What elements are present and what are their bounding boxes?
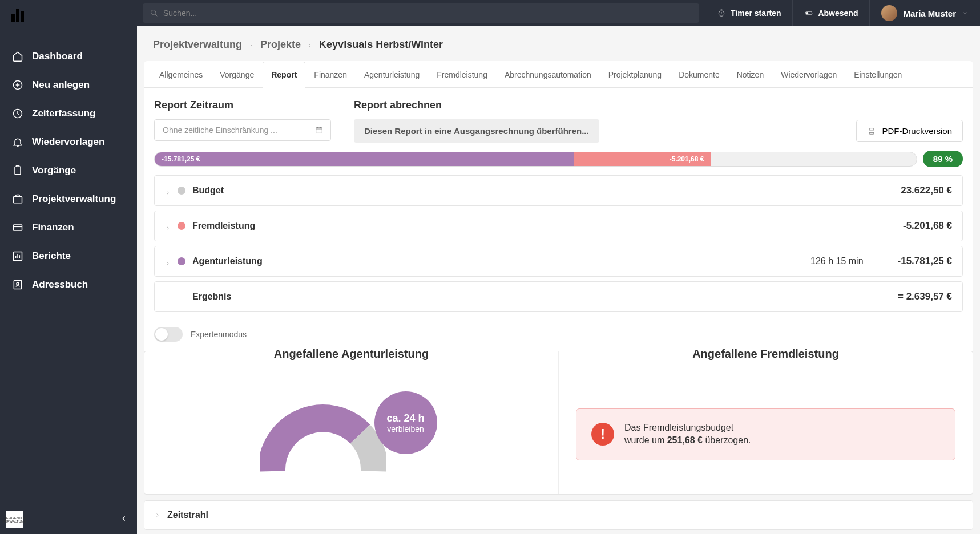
percent-badge: 89 % [923, 151, 963, 167]
tab-vorgaenge[interactable]: Vorgänge [211, 62, 263, 88]
timer-button[interactable]: Timer starten [705, 0, 792, 26]
row-amount: = 2.639,57 € [898, 291, 952, 302]
print-icon [867, 127, 876, 136]
invoice-button[interactable]: Diesen Report in eine Ausgangsrechnung ü… [354, 119, 599, 143]
tab-dokumente[interactable]: Dokumente [670, 62, 728, 88]
nav-reminders[interactable]: Wiedervorlagen [0, 128, 137, 156]
breadcrumb-item[interactable]: Projektverwaltung [153, 39, 242, 51]
row-amount: -5.201,68 € [903, 220, 952, 232]
period-col: Report Zeitraum Ohne zeitliche Einschrän… [154, 99, 331, 141]
home-icon [11, 50, 24, 63]
panels: Angefallene Agenturleistung ca. 24 h ver… [144, 351, 973, 495]
bubble-bottom: verbleiben [387, 424, 424, 434]
avatar [881, 5, 897, 21]
invoice-col: Report abrechnen Diesen Report in eine A… [354, 99, 599, 143]
timer-label: Timer starten [731, 9, 781, 18]
row-fremd[interactable]: Fremdleistung -5.201,68 € [154, 211, 963, 241]
tabs-wrap: Allgemeines Vorgänge Report Finanzen Age… [144, 61, 973, 88]
briefcase-icon [11, 193, 24, 205]
nav-label: Dashboard [32, 51, 83, 62]
tab-finanzen[interactable]: Finanzen [305, 62, 356, 88]
row-label: Agenturleistung [192, 256, 810, 266]
tab-allgemeines[interactable]: Allgemeines [151, 62, 211, 88]
logo [0, 0, 137, 31]
nav-new[interactable]: Neu anlegen [0, 71, 137, 99]
row-agentur[interactable]: Agenturleistung 126 h 15 min -15.781,25 … [154, 246, 963, 277]
donut-chart: ca. 24 h verbleiben [260, 386, 443, 477]
period-title: Report Zeitraum [154, 99, 331, 111]
tab-fremdleistung[interactable]: Fremdleistung [428, 62, 496, 88]
nav-projects[interactable]: Projektverwaltung [0, 185, 137, 213]
svg-point-7 [17, 282, 19, 285]
search-wrap [143, 3, 699, 23]
away-label: Abwesend [818, 9, 858, 18]
user-menu[interactable]: Maria Muster [869, 0, 980, 26]
date-input[interactable]: Ohne zeitliche Einschränkung ... [154, 119, 331, 141]
topbar-right: Timer starten Abwesend Maria Muster [705, 0, 980, 26]
semi-donut-icon [260, 403, 386, 477]
bell-icon [11, 136, 24, 148]
progress-bar: -15.781,25 € -5.201,68 € [154, 152, 917, 167]
svg-point-11 [806, 12, 809, 14]
dot-icon [178, 187, 185, 195]
row-label: Budget [192, 185, 901, 196]
sidebar: Dashboard Neu anlegen Zeiterfassung Wied… [0, 0, 137, 534]
nav-label: Neu anlegen [32, 79, 90, 91]
nav-contacts[interactable]: Adressbuch [0, 270, 137, 299]
tab-report[interactable]: Report [263, 62, 305, 88]
chevron-right-icon [165, 223, 171, 229]
date-placeholder: Ohne zeitliche Einschränkung ... [163, 126, 277, 135]
search-input[interactable] [163, 9, 692, 18]
tab-agenturleistung[interactable]: Agenturleistung [356, 62, 428, 88]
row-amount: 23.622,50 € [901, 185, 952, 196]
search-icon [150, 9, 159, 18]
nav-label: Adressbuch [32, 279, 88, 290]
svg-point-8 [151, 10, 156, 15]
sidebar-bottom: DIE AGENTUR VERWALTUNG [0, 505, 137, 534]
toggle-icon [804, 9, 813, 18]
stopwatch-icon [717, 9, 726, 18]
nav-reports[interactable]: Berichte [0, 242, 137, 270]
nav-label: Zeiterfassung [32, 108, 95, 119]
row-label: Ergebnis [192, 292, 898, 302]
nav-tasks[interactable]: Vorgänge [0, 156, 137, 185]
away-button[interactable]: Abwesend [792, 0, 869, 26]
nav-time[interactable]: Zeiterfassung [0, 99, 137, 128]
tab-wiedervorlagen[interactable]: Wiedervorlagen [772, 62, 845, 88]
chevron-right-icon [249, 39, 253, 51]
tab-planung[interactable]: Projektplanung [600, 62, 670, 88]
topbar: Timer starten Abwesend Maria Muster [137, 0, 980, 26]
report-controls: Report Zeitraum Ohne zeitliche Einschrän… [144, 88, 973, 143]
collapse-button[interactable] [116, 511, 131, 528]
pdf-button[interactable]: PDF-Druckversion [856, 120, 963, 142]
nav: Dashboard Neu anlegen Zeiterfassung Wied… [0, 31, 137, 505]
row-budget[interactable]: Budget 23.622,50 € [154, 175, 963, 206]
panel-title: Angefallene Agenturleistung [263, 347, 441, 361]
nav-label: Projektverwaltung [32, 193, 116, 205]
breadcrumb-item[interactable]: Projekte [260, 39, 301, 51]
progress-purple: -15.781,25 € [155, 152, 574, 166]
clipboard-icon [11, 164, 24, 177]
nav-dashboard[interactable]: Dashboard [0, 42, 137, 71]
spacer [178, 293, 185, 301]
chevron-right-icon [165, 188, 171, 193]
nav-label: Finanzen [32, 222, 74, 233]
svg-rect-12 [316, 127, 322, 133]
calendar-icon [314, 126, 324, 135]
expert-toggle[interactable] [154, 327, 183, 342]
tab-abrechnung[interactable]: Abrechnungsautomation [496, 62, 600, 88]
nav-finance[interactable]: Finanzen [0, 213, 137, 242]
expert-label: Expertenmodus [191, 330, 247, 339]
svg-rect-13 [869, 130, 874, 133]
addressbook-icon [11, 278, 24, 291]
bars-icon [11, 9, 25, 22]
plus-circle-icon [11, 79, 24, 91]
tab-notizen[interactable]: Notizen [728, 62, 772, 88]
timeline-row[interactable]: Zeitstrahl [144, 500, 973, 530]
clock-icon [11, 107, 24, 120]
svg-rect-3 [14, 197, 22, 203]
panel-title: Angefallene Fremdleistung [681, 347, 850, 361]
tab-einstellungen[interactable]: Einstellungen [845, 62, 910, 88]
nav-label: Berichte [32, 250, 71, 262]
progress-row: -15.781,25 € -5.201,68 € 89 % [144, 143, 973, 175]
